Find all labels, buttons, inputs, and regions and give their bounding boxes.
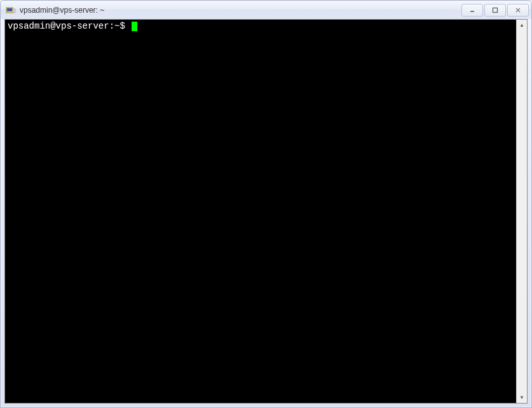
terminal[interactable]: vpsadmin@vps-server:~$ [5,20,516,403]
close-button[interactable] [507,4,529,17]
cursor-icon [132,22,137,31]
window-controls [460,4,529,17]
shell-prompt: vpsadmin@vps-server:~$ [8,21,125,31]
svg-rect-5 [493,8,498,12]
scroll-up-icon[interactable]: ▲ [517,20,527,31]
app-window: vpsadmin@vps-server: ~ vpsadmin@vps-serv… [0,0,532,408]
window-title: vpsadmin@vps-server: ~ [20,6,460,15]
scroll-down-icon[interactable]: ▼ [517,392,527,403]
client-area: vpsadmin@vps-server:~$ ▲ ▼ [4,19,528,404]
titlebar[interactable]: vpsadmin@vps-server: ~ [1,1,531,19]
scroll-track[interactable] [517,31,527,392]
vertical-scrollbar[interactable]: ▲ ▼ [516,20,527,403]
minimize-button[interactable] [461,4,483,17]
svg-rect-1 [7,8,12,11]
putty-icon [6,5,16,15]
maximize-button[interactable] [484,4,506,17]
